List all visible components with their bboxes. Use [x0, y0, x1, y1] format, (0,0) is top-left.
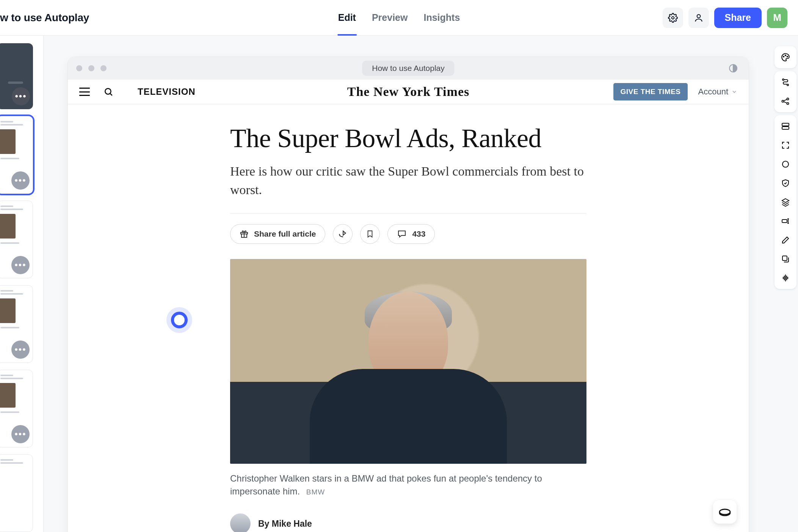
- audio-button[interactable]: [777, 269, 794, 287]
- thumb-menu-icon[interactable]: •••: [11, 171, 30, 190]
- hotspot-marker[interactable]: [171, 312, 188, 328]
- step-thumb-2[interactable]: •••: [0, 201, 33, 278]
- stack-icon: [781, 254, 790, 264]
- thumb-menu-icon[interactable]: •••: [11, 341, 30, 359]
- step-thumb-5[interactable]: [0, 454, 33, 532]
- nyt-logo[interactable]: The New York Times: [347, 85, 469, 99]
- article: The Super Bowl Ads, Ranked Here is how o…: [68, 104, 749, 532]
- account-label: Account: [698, 87, 729, 97]
- step-thumb-4[interactable]: •••: [0, 370, 33, 447]
- project-title: w to use Autoplay: [0, 12, 89, 24]
- svg-point-1: [697, 14, 700, 18]
- hamburger-icon[interactable]: [79, 88, 90, 96]
- circle-tool-button[interactable]: [777, 155, 794, 173]
- svg-point-7: [720, 509, 730, 515]
- svg-rect-16: [782, 123, 789, 126]
- theme-button[interactable]: [777, 49, 794, 66]
- share-nodes-button[interactable]: [777, 93, 794, 110]
- route-icon: [781, 78, 790, 87]
- give-times-button[interactable]: GIVE THE TIMES: [613, 83, 687, 100]
- contrast-icon[interactable]: [728, 63, 738, 73]
- comments-button[interactable]: 433: [387, 224, 435, 244]
- svg-point-10: [787, 56, 788, 57]
- byline-row: By Mike Hale: [230, 513, 586, 532]
- step-thumb-intro[interactable]: •••: [0, 43, 33, 109]
- comment-icon: [397, 229, 407, 239]
- user-icon: [694, 13, 704, 23]
- share-full-label: Share full article: [254, 229, 316, 239]
- share-arrow-icon: [338, 229, 348, 239]
- account-dropdown[interactable]: Account: [698, 87, 738, 97]
- svg-point-3: [105, 88, 111, 94]
- share-button[interactable]: Share: [714, 8, 762, 28]
- caption-credit: BMW: [306, 488, 325, 496]
- shield-button[interactable]: [777, 174, 794, 192]
- step-thumb-1[interactable]: •••: [0, 116, 33, 194]
- input-icon: [781, 217, 790, 226]
- traffic-light-min: [88, 65, 94, 71]
- svg-point-8: [783, 56, 784, 57]
- browser-chrome: How to use Autoplay: [68, 57, 749, 80]
- canvas: How to use Autoplay TELEVISION The New Y…: [44, 36, 773, 532]
- tab-edit[interactable]: Edit: [337, 0, 357, 36]
- route-button[interactable]: [777, 74, 794, 91]
- search-icon[interactable]: [103, 87, 113, 97]
- svg-point-18: [782, 161, 789, 167]
- svg-rect-17: [782, 127, 789, 129]
- disc-icon: [718, 507, 731, 517]
- tool-panel: [773, 36, 798, 532]
- step-thumb-3[interactable]: •••: [0, 285, 33, 363]
- svg-point-14: [787, 98, 789, 100]
- layers-button[interactable]: [777, 193, 794, 211]
- tab-insights[interactable]: Insights: [423, 0, 461, 36]
- waveform-icon: [781, 273, 790, 282]
- svg-point-15: [787, 103, 789, 105]
- svg-rect-20: [782, 256, 787, 261]
- thumb-menu-icon[interactable]: •••: [11, 256, 30, 274]
- browser-tab-title: How to use Autoplay: [362, 61, 454, 76]
- edit-button[interactable]: [777, 231, 794, 249]
- help-fab[interactable]: [713, 500, 737, 524]
- gear-icon: [668, 13, 678, 23]
- server-button[interactable]: [777, 118, 794, 135]
- traffic-light-close: [76, 65, 82, 71]
- section-label[interactable]: TELEVISION: [138, 86, 196, 97]
- header-actions: Share M: [663, 8, 787, 28]
- divider: [230, 213, 586, 213]
- thumb-menu-icon[interactable]: •••: [12, 87, 30, 105]
- article-headline: The Super Bowl Ads, Ranked: [230, 123, 586, 154]
- circle-icon: [781, 160, 790, 169]
- avatar[interactable]: M: [767, 8, 787, 28]
- expand-icon: [781, 141, 790, 150]
- settings-button[interactable]: [663, 8, 683, 28]
- thumb-menu-icon[interactable]: •••: [11, 425, 30, 443]
- svg-point-12: [787, 84, 789, 86]
- input-button[interactable]: [777, 212, 794, 230]
- svg-point-0: [671, 16, 674, 19]
- author-avatar: [230, 513, 251, 532]
- svg-rect-19: [782, 220, 787, 223]
- tab-preview[interactable]: Preview: [371, 0, 409, 36]
- browser-frame: How to use Autoplay TELEVISION The New Y…: [68, 57, 749, 532]
- article-subhead: Here is how our critic saw the Super Bow…: [230, 162, 586, 199]
- layers-icon: [781, 198, 790, 207]
- fullscreen-button[interactable]: [777, 137, 794, 154]
- share-full-article-button[interactable]: Share full article: [230, 224, 325, 244]
- app-tabs: Edit Preview Insights: [337, 0, 461, 36]
- stack-button[interactable]: [777, 250, 794, 268]
- profile-button[interactable]: [688, 8, 709, 28]
- svg-point-9: [785, 55, 786, 56]
- palette-icon: [781, 52, 790, 62]
- article-hero-image: [230, 259, 586, 464]
- workspace: ••• ••• ••• ••• ••• How to us: [0, 36, 798, 532]
- share-button-small[interactable]: [333, 224, 353, 244]
- server-icon: [781, 122, 790, 131]
- app-header: w to use Autoplay Edit Preview Insights …: [0, 0, 798, 36]
- comment-count: 433: [412, 229, 425, 239]
- svg-point-11: [782, 79, 784, 80]
- bookmark-icon: [366, 229, 374, 239]
- byline: By Mike Hale: [258, 519, 312, 529]
- hero-caption: Christopher Walken stars in a BMW ad tha…: [230, 472, 586, 499]
- caption-text: Christopher Walken stars in a BMW ad tha…: [230, 473, 542, 497]
- bookmark-button[interactable]: [360, 224, 380, 244]
